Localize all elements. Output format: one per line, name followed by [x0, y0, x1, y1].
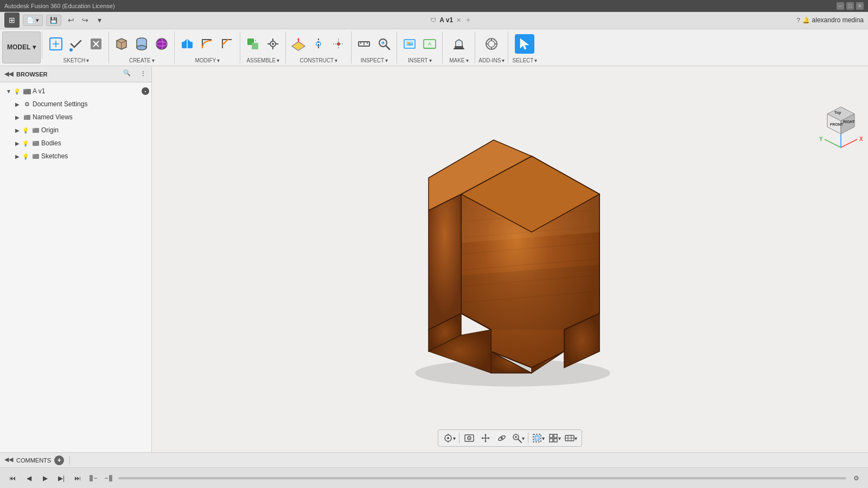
- assemble-label[interactable]: ASSEMBLE ▾: [246, 57, 279, 63]
- browser-search-btn[interactable]: 🔍: [123, 69, 133, 79]
- construct-point-btn[interactable]: [329, 35, 348, 53]
- close-button[interactable]: ✕: [856, 2, 864, 10]
- create-cylinder-btn[interactable]: [132, 35, 151, 53]
- construct-plane-icon: [291, 36, 306, 52]
- settings-icon[interactable]: ⚙: [851, 473, 861, 484]
- play-btn[interactable]: ▶: [39, 472, 51, 484]
- addins-scripts-btn[interactable]: [482, 35, 501, 53]
- tree-folder-origin: [31, 126, 40, 134]
- grid-dropdown[interactable]: ▾: [558, 435, 561, 441]
- sketch-label[interactable]: SKETCH ▾: [63, 57, 90, 63]
- main-area: ◀◀ BROWSER 🔍 ⋮ ▼ 💡 A v1 •: [0, 66, 868, 452]
- tree-folder-root: [23, 87, 31, 95]
- tree-expand-bodies[interactable]: ▶: [13, 139, 22, 147]
- inspect-measure-btn[interactable]: [355, 35, 373, 53]
- grid-btn[interactable]: ▾: [548, 432, 561, 445]
- redo-button[interactable]: ↪: [79, 14, 92, 27]
- browser-collapse-btn[interactable]: ◀◀: [4, 70, 13, 79]
- create-box-btn[interactable]: [112, 35, 131, 53]
- make-3dprint-btn[interactable]: [450, 35, 468, 53]
- orbit-btn[interactable]: [495, 432, 508, 445]
- mark-in-icon[interactable]: [88, 473, 99, 484]
- maximize-button[interactable]: □: [846, 2, 854, 10]
- modify-chamfer-btn[interactable]: [218, 35, 237, 53]
- tree-item-origin[interactable]: ▶ 💡 Origin: [0, 124, 151, 137]
- inspect-label[interactable]: INSPECT ▾: [361, 57, 388, 63]
- last-frame-btn[interactable]: ⏭: [72, 472, 84, 484]
- next-frame-btn[interactable]: ▶|: [55, 472, 67, 484]
- tree-expand-origin[interactable]: ▶: [13, 126, 22, 134]
- tree-expand-root[interactable]: ▼: [4, 87, 13, 95]
- help-icon[interactable]: ?: [796, 17, 800, 23]
- timeline-track[interactable]: [118, 477, 846, 479]
- user-name[interactable]: alexandro medina: [812, 16, 864, 24]
- capture-view-btn[interactable]: [463, 432, 476, 445]
- select-tool-btn[interactable]: [515, 34, 534, 54]
- viewport[interactable]: X Y Z FRONT RIGHT Top: [152, 66, 868, 452]
- zoom-btn[interactable]: ▾: [512, 432, 525, 445]
- assemble-joint-btn[interactable]: [264, 35, 282, 53]
- tree-item-sketches[interactable]: ▶ 💡 Sketches: [0, 150, 151, 163]
- undo-button[interactable]: ↩: [65, 14, 78, 27]
- new-tab-icon[interactable]: ＋: [464, 15, 472, 25]
- minimize-button[interactable]: ─: [837, 2, 844, 10]
- construct-label[interactable]: CONSTRUCT ▾: [299, 57, 337, 63]
- tree-visibility-bodies[interactable]: 💡: [22, 139, 29, 147]
- file-button[interactable]: 📄 ▾: [23, 15, 43, 26]
- model-selector[interactable]: MODEL ▾: [2, 31, 41, 63]
- window-select-dropdown[interactable]: ▾: [542, 435, 545, 441]
- display-dropdown[interactable]: ▾: [575, 435, 577, 441]
- view-cube[interactable]: X Y Z FRONT RIGHT Top: [814, 99, 857, 142]
- create-label[interactable]: CREATE ▾: [129, 57, 155, 63]
- snap-tool-btn[interactable]: ▾: [443, 432, 456, 445]
- pan-btn[interactable]: [479, 432, 492, 445]
- close-doc-icon[interactable]: ✕: [456, 17, 461, 24]
- make-3dprint-icon: [451, 36, 467, 52]
- tree-expand-doc-settings[interactable]: ▶: [13, 100, 22, 108]
- insert-decal-btn[interactable]: A: [420, 35, 439, 53]
- modify-press-btn[interactable]: [178, 35, 196, 53]
- tree-expand-named-views[interactable]: ▶: [13, 113, 22, 121]
- display-settings-btn[interactable]: ▾: [564, 432, 577, 445]
- assemble-new-btn[interactable]: [244, 35, 262, 53]
- doc-tab-title[interactable]: A v1: [439, 16, 453, 24]
- tree-visibility-sketches[interactable]: 💡: [22, 152, 29, 160]
- sketch-stop-btn[interactable]: [87, 35, 105, 53]
- first-frame-btn[interactable]: ⏮: [7, 472, 18, 484]
- add-comment-btn[interactable]: +: [54, 455, 64, 465]
- doc-icon: 🛡: [430, 17, 436, 23]
- notifications-icon[interactable]: 🔔: [802, 17, 810, 24]
- tree-expand-sketches[interactable]: ▶: [13, 152, 22, 160]
- save-button[interactable]: 💾: [46, 15, 61, 26]
- snap-dropdown[interactable]: ▾: [453, 435, 456, 441]
- tree-item-doc-settings[interactable]: ▶ ⚙ Document Settings: [0, 98, 151, 111]
- tree-item-root[interactable]: ▼ 💡 A v1 •: [0, 85, 151, 98]
- addins-label[interactable]: ADD-INS ▾: [478, 57, 505, 63]
- tree-item-bodies[interactable]: ▶ 💡 Bodies: [0, 137, 151, 150]
- tree-visibility-origin[interactable]: 💡: [22, 126, 29, 134]
- construct-plane-btn[interactable]: [289, 35, 308, 53]
- sketch-create-btn[interactable]: [47, 35, 65, 53]
- svg-marker-60: [520, 38, 529, 49]
- create-sphere-btn[interactable]: [152, 35, 171, 53]
- view-cube-svg[interactable]: X Y Z FRONT RIGHT Top: [814, 99, 868, 153]
- modify-label[interactable]: MODIFY ▾: [195, 57, 220, 63]
- select-label[interactable]: SELECT ▾: [513, 57, 538, 63]
- tree-item-named-views[interactable]: ▶ Named Views: [0, 111, 151, 124]
- construct-axis-btn[interactable]: [309, 35, 328, 53]
- zoom-dropdown[interactable]: ▾: [522, 435, 525, 441]
- inspect-analyze-btn[interactable]: [375, 35, 393, 53]
- apps-button[interactable]: ⊞: [4, 12, 20, 28]
- undo-history-button[interactable]: ▾: [93, 14, 106, 27]
- make-label[interactable]: MAKE ▾: [449, 57, 468, 63]
- prev-frame-btn[interactable]: ◀: [23, 472, 35, 484]
- browser-more-btn[interactable]: ⋮: [138, 70, 147, 79]
- insert-canvas-btn[interactable]: [400, 35, 419, 53]
- collapse-comments-btn[interactable]: ◀◀: [4, 456, 13, 465]
- tree-visibility-root[interactable]: 💡: [13, 87, 21, 95]
- mark-out-icon[interactable]: [103, 473, 114, 484]
- sketch-finish-btn[interactable]: [67, 35, 85, 53]
- modify-fillet-btn[interactable]: [198, 35, 216, 53]
- insert-label[interactable]: INSERT ▾: [408, 57, 432, 63]
- window-select-btn[interactable]: ▾: [532, 432, 545, 445]
